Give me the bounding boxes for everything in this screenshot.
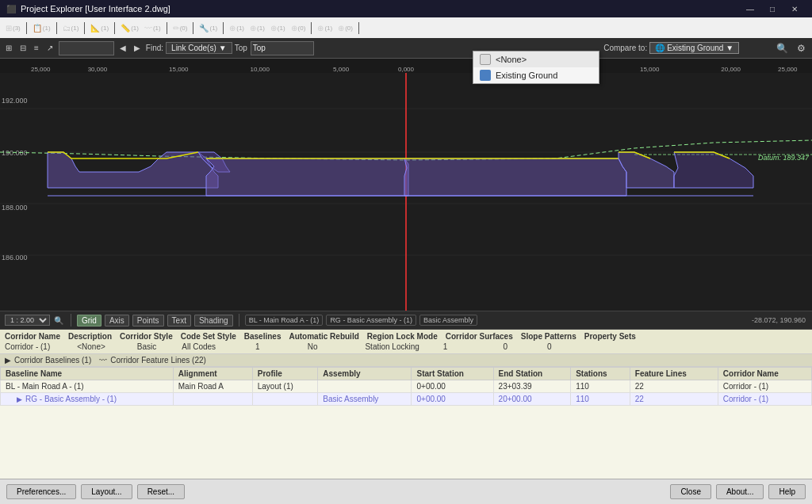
bottom-bar: Preferences... Layout... Reset... Close … xyxy=(0,479,812,504)
tb-btn-plus5[interactable]: ⊕ (1) xyxy=(315,22,335,34)
tb-nav-prev[interactable]: ◀ xyxy=(117,42,128,54)
ch-slope-val: 0 xyxy=(503,342,508,351)
col-profile[interactable]: Profile xyxy=(252,368,318,380)
cell-baseline-name-2: ▶ RG - Basic Assembly - (1) xyxy=(1,393,174,406)
view-select[interactable] xyxy=(251,41,314,55)
preferences-button[interactable]: Preferences... xyxy=(6,484,76,499)
col-start-station[interactable]: Start Station xyxy=(412,368,493,380)
tb-btn-clipboard[interactable]: 📋 (1) xyxy=(30,22,53,34)
tb-snap-btn[interactable]: ⊞ xyxy=(3,42,14,54)
sep-2 xyxy=(239,314,239,326)
tb-btn-wave[interactable]: 〰 (1) xyxy=(142,22,163,34)
text-tab[interactable]: Text xyxy=(167,315,191,326)
col-end-station[interactable]: End Station xyxy=(493,368,571,380)
ruler: 25,000 30,000 15,000 10,000 5,000 0,000 … xyxy=(0,59,812,73)
minimize-button[interactable]: — xyxy=(739,0,761,17)
viewport[interactable]: 192.000 190.000 188.000 186.000 Datum: 1… xyxy=(0,73,812,311)
compare-dropdown-btn[interactable]: 🌐 Existing Ground ▼ xyxy=(649,42,739,54)
col-feature-lines[interactable]: Feature Lines xyxy=(630,368,718,380)
about-button[interactable]: About... xyxy=(716,484,764,499)
svg-marker-6 xyxy=(48,152,218,188)
tb-btn-measure[interactable]: 📐 (1) xyxy=(88,22,111,34)
tag-basic-assembly: Basic Assembly xyxy=(419,315,477,326)
close-window-button[interactable]: ✕ xyxy=(783,0,806,17)
cell-feature-lines-2: 22 xyxy=(630,393,718,406)
tb-btn-plus2[interactable]: ⊕ (1) xyxy=(247,22,267,34)
tb-layer-btn[interactable]: ⊟ xyxy=(17,42,29,54)
col-baseline-name[interactable]: Baseline Name xyxy=(1,368,174,380)
ch-name-label: Corridor Name xyxy=(5,332,60,341)
baselines-toggle[interactable]: ▶ Corridor Baselines (1) xyxy=(5,356,91,365)
svg-marker-8 xyxy=(206,158,408,196)
cell-assembly-1 xyxy=(318,380,412,393)
tag-bl-main: BL - Main Road A - (1) xyxy=(245,315,324,326)
tb-btn-gear[interactable]: 🔧 (1) xyxy=(197,22,220,34)
cell-end-station-2: 20+00.00 xyxy=(493,393,571,406)
tb-btn-plus6[interactable]: ⊕ (0) xyxy=(335,22,355,34)
baselines-header: ▶ Corridor Baselines (1) 〰 Corridor Feat… xyxy=(0,354,812,367)
compare-dropdown: <None> Existing Ground Select Comparison… xyxy=(473,51,599,84)
tb-btn-3[interactable]: ⊞ (3) xyxy=(3,22,23,34)
tb-btn-plus3[interactable]: ⊕ (1) xyxy=(268,22,288,34)
feature-lines-toggle[interactable]: 〰 Corridor Feature Lines (22) xyxy=(99,356,206,365)
cell-corridor-name-2: Corridor - (1) xyxy=(718,393,811,406)
svg-marker-12 xyxy=(674,152,753,188)
compare-group: Compare to: 🌐 Existing Ground ▼ xyxy=(603,42,739,54)
ch-name-val: Corridor - (1) xyxy=(5,342,50,351)
tb-btn-ruler[interactable]: 📏 (1) xyxy=(118,22,141,34)
settings-icon-btn[interactable]: ⚙ xyxy=(793,40,809,56)
tb-btn-file[interactable]: 🗂 (1) xyxy=(60,22,82,34)
tb-btn-plus1[interactable]: ⊕ (1) xyxy=(227,22,247,34)
title-bar: ⬛ Project Explorer [User Interface 2.dwg… xyxy=(0,0,812,17)
dropdown-item-existing-ground[interactable]: Existing Ground xyxy=(473,67,599,83)
toolbar-row-2: ⊞ ⊟ ≡ ↗ 0.000 ◀ ▶ Find: Link Code(s) ▼ T… xyxy=(0,38,812,59)
tb-arrow-btn[interactable]: ↗ xyxy=(44,42,56,54)
zoom-btn[interactable]: 🔍 xyxy=(52,314,65,326)
ch-desc-label: Description xyxy=(68,332,112,341)
offset-input[interactable]: 0.000 xyxy=(59,41,114,55)
ch-propsets-label: Property Sets xyxy=(584,332,636,341)
cell-corridor-name-1: Corridor - (1) xyxy=(718,380,811,393)
scale-select[interactable]: 1 : 2.00 xyxy=(5,315,50,326)
col-alignment[interactable]: Alignment xyxy=(173,368,252,380)
table-row[interactable]: ▶ RG - Basic Assembly - (1) Basic Assemb… xyxy=(1,393,812,406)
find-dropdown-btn[interactable]: Link Code(s) ▼ xyxy=(166,42,232,54)
svg-marker-9 xyxy=(404,158,626,196)
app-icon: ⬛ xyxy=(6,5,16,13)
ch-style-val: Basic xyxy=(137,342,156,351)
baselines-expand-icon: ▶ xyxy=(5,356,11,365)
axis-tab[interactable]: Axis xyxy=(105,315,129,326)
viewport-toolbar: 1 : 2.00 🔍 Grid Axis Points Text Shading… xyxy=(0,311,812,330)
tb-list-btn[interactable]: ≡ xyxy=(32,42,41,54)
ch-autorebuild-label: Automatic Rebuild xyxy=(289,332,358,341)
help-button[interactable]: Help xyxy=(768,484,806,499)
shading-tab[interactable]: Shading xyxy=(194,315,233,326)
tb-btn-edit[interactable]: ✏ (0) xyxy=(170,22,190,34)
table-row[interactable]: BL - Main Road A - (1) Main Road A Layou… xyxy=(1,380,812,393)
close-button[interactable]: Close xyxy=(670,484,711,499)
data-table: Baseline Name Alignment Profile Assembly… xyxy=(0,367,812,406)
points-tab[interactable]: Points xyxy=(132,315,164,326)
coords-display: -28.072, 190.960 xyxy=(752,316,806,324)
ch-codeset-label: Code Set Style xyxy=(181,332,236,341)
dropdown-item-none[interactable]: <None> xyxy=(473,52,599,67)
tb-btn-plus4[interactable]: ⊕ (0) xyxy=(289,22,308,34)
feature-lines-icon: 〰 xyxy=(99,356,107,365)
col-corridor-name[interactable]: Corridor Name xyxy=(718,368,811,380)
reset-button[interactable]: Reset... xyxy=(137,484,185,499)
tag-rg-basic: RG - Basic Assembly - (1) xyxy=(326,315,416,326)
ruler-tick-1: 25,000 xyxy=(31,66,50,73)
compare-value: Existing Ground xyxy=(667,44,723,52)
tb-nav-next[interactable]: ▶ xyxy=(132,42,143,54)
col-stations[interactable]: Stations xyxy=(571,368,630,380)
search-icon-btn[interactable]: 🔍 xyxy=(774,40,790,56)
maximize-button[interactable]: □ xyxy=(761,0,783,17)
grid-tab[interactable]: Grid xyxy=(77,315,102,326)
ch-codeset-val: All Codes xyxy=(182,342,216,351)
existing-ground-label: Existing Ground xyxy=(496,71,557,80)
ch-style-label: Corridor Style xyxy=(120,332,173,341)
layout-button[interactable]: Layout... xyxy=(81,484,132,499)
col-assembly[interactable]: Assembly xyxy=(318,368,412,380)
find-label: Find: xyxy=(146,44,163,52)
scale-control: 1 : 2.00 🔍 xyxy=(5,314,65,326)
